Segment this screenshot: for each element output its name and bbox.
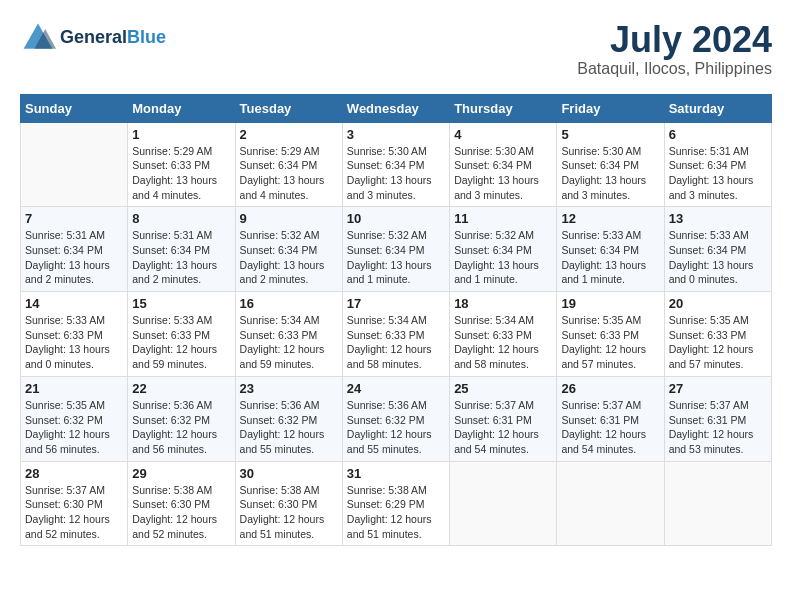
day-number: 25 [454,381,552,396]
day-info: Sunrise: 5:29 AM Sunset: 6:33 PM Dayligh… [132,144,230,203]
day-number: 21 [25,381,123,396]
day-number: 12 [561,211,659,226]
calendar-cell: 22Sunrise: 5:36 AM Sunset: 6:32 PM Dayli… [128,376,235,461]
calendar-week-row: 14Sunrise: 5:33 AM Sunset: 6:33 PM Dayli… [21,292,772,377]
day-number: 23 [240,381,338,396]
weekday-header-wednesday: Wednesday [342,94,449,122]
weekday-header-saturday: Saturday [664,94,771,122]
calendar-cell: 6Sunrise: 5:31 AM Sunset: 6:34 PM Daylig… [664,122,771,207]
day-info: Sunrise: 5:34 AM Sunset: 6:33 PM Dayligh… [347,313,445,372]
calendar-cell: 25Sunrise: 5:37 AM Sunset: 6:31 PM Dayli… [450,376,557,461]
weekday-header-thursday: Thursday [450,94,557,122]
calendar-cell: 27Sunrise: 5:37 AM Sunset: 6:31 PM Dayli… [664,376,771,461]
day-info: Sunrise: 5:35 AM Sunset: 6:33 PM Dayligh… [561,313,659,372]
day-number: 31 [347,466,445,481]
calendar-cell: 14Sunrise: 5:33 AM Sunset: 6:33 PM Dayli… [21,292,128,377]
calendar-cell: 17Sunrise: 5:34 AM Sunset: 6:33 PM Dayli… [342,292,449,377]
calendar-cell: 2Sunrise: 5:29 AM Sunset: 6:34 PM Daylig… [235,122,342,207]
day-info: Sunrise: 5:29 AM Sunset: 6:34 PM Dayligh… [240,144,338,203]
calendar-cell: 26Sunrise: 5:37 AM Sunset: 6:31 PM Dayli… [557,376,664,461]
calendar-cell [450,461,557,546]
calendar-cell: 20Sunrise: 5:35 AM Sunset: 6:33 PM Dayli… [664,292,771,377]
day-number: 30 [240,466,338,481]
day-info: Sunrise: 5:38 AM Sunset: 6:29 PM Dayligh… [347,483,445,542]
day-number: 4 [454,127,552,142]
day-number: 15 [132,296,230,311]
weekday-header-sunday: Sunday [21,94,128,122]
day-number: 5 [561,127,659,142]
calendar-week-row: 1Sunrise: 5:29 AM Sunset: 6:33 PM Daylig… [21,122,772,207]
calendar-body: 1Sunrise: 5:29 AM Sunset: 6:33 PM Daylig… [21,122,772,546]
calendar-cell [557,461,664,546]
calendar-cell: 29Sunrise: 5:38 AM Sunset: 6:30 PM Dayli… [128,461,235,546]
calendar-cell [21,122,128,207]
day-info: Sunrise: 5:37 AM Sunset: 6:30 PM Dayligh… [25,483,123,542]
day-info: Sunrise: 5:36 AM Sunset: 6:32 PM Dayligh… [132,398,230,457]
day-info: Sunrise: 5:37 AM Sunset: 6:31 PM Dayligh… [669,398,767,457]
calendar-header: SundayMondayTuesdayWednesdayThursdayFrid… [21,94,772,122]
month-year-title: July 2024 [577,20,772,60]
calendar-week-row: 28Sunrise: 5:37 AM Sunset: 6:30 PM Dayli… [21,461,772,546]
calendar-cell: 9Sunrise: 5:32 AM Sunset: 6:34 PM Daylig… [235,207,342,292]
day-number: 20 [669,296,767,311]
day-number: 26 [561,381,659,396]
weekday-header-monday: Monday [128,94,235,122]
day-info: Sunrise: 5:33 AM Sunset: 6:33 PM Dayligh… [25,313,123,372]
day-number: 8 [132,211,230,226]
day-number: 2 [240,127,338,142]
day-info: Sunrise: 5:33 AM Sunset: 6:34 PM Dayligh… [561,228,659,287]
day-info: Sunrise: 5:34 AM Sunset: 6:33 PM Dayligh… [240,313,338,372]
day-number: 1 [132,127,230,142]
weekday-header-row: SundayMondayTuesdayWednesdayThursdayFrid… [21,94,772,122]
day-number: 3 [347,127,445,142]
day-info: Sunrise: 5:31 AM Sunset: 6:34 PM Dayligh… [669,144,767,203]
calendar-cell: 7Sunrise: 5:31 AM Sunset: 6:34 PM Daylig… [21,207,128,292]
day-info: Sunrise: 5:35 AM Sunset: 6:33 PM Dayligh… [669,313,767,372]
day-number: 13 [669,211,767,226]
calendar-cell: 3Sunrise: 5:30 AM Sunset: 6:34 PM Daylig… [342,122,449,207]
calendar-cell: 15Sunrise: 5:33 AM Sunset: 6:33 PM Dayli… [128,292,235,377]
day-number: 17 [347,296,445,311]
calendar-cell: 10Sunrise: 5:32 AM Sunset: 6:34 PM Dayli… [342,207,449,292]
calendar-cell: 21Sunrise: 5:35 AM Sunset: 6:32 PM Dayli… [21,376,128,461]
weekday-header-tuesday: Tuesday [235,94,342,122]
day-info: Sunrise: 5:37 AM Sunset: 6:31 PM Dayligh… [561,398,659,457]
day-info: Sunrise: 5:34 AM Sunset: 6:33 PM Dayligh… [454,313,552,372]
day-number: 14 [25,296,123,311]
logo: GeneralBlue [20,20,166,56]
calendar-week-row: 7Sunrise: 5:31 AM Sunset: 6:34 PM Daylig… [21,207,772,292]
location-subtitle: Bataquil, Ilocos, Philippines [577,60,772,78]
day-number: 10 [347,211,445,226]
day-info: Sunrise: 5:35 AM Sunset: 6:32 PM Dayligh… [25,398,123,457]
calendar-cell: 23Sunrise: 5:36 AM Sunset: 6:32 PM Dayli… [235,376,342,461]
calendar-cell: 16Sunrise: 5:34 AM Sunset: 6:33 PM Dayli… [235,292,342,377]
day-info: Sunrise: 5:30 AM Sunset: 6:34 PM Dayligh… [454,144,552,203]
calendar-week-row: 21Sunrise: 5:35 AM Sunset: 6:32 PM Dayli… [21,376,772,461]
day-info: Sunrise: 5:31 AM Sunset: 6:34 PM Dayligh… [25,228,123,287]
day-info: Sunrise: 5:30 AM Sunset: 6:34 PM Dayligh… [347,144,445,203]
day-number: 6 [669,127,767,142]
day-info: Sunrise: 5:36 AM Sunset: 6:32 PM Dayligh… [347,398,445,457]
day-number: 7 [25,211,123,226]
day-info: Sunrise: 5:38 AM Sunset: 6:30 PM Dayligh… [132,483,230,542]
day-info: Sunrise: 5:31 AM Sunset: 6:34 PM Dayligh… [132,228,230,287]
logo-icon [20,20,56,56]
day-number: 11 [454,211,552,226]
day-number: 27 [669,381,767,396]
day-info: Sunrise: 5:33 AM Sunset: 6:33 PM Dayligh… [132,313,230,372]
calendar-cell: 19Sunrise: 5:35 AM Sunset: 6:33 PM Dayli… [557,292,664,377]
logo-text-line1: GeneralBlue [60,28,166,48]
day-number: 9 [240,211,338,226]
calendar-cell: 1Sunrise: 5:29 AM Sunset: 6:33 PM Daylig… [128,122,235,207]
day-info: Sunrise: 5:37 AM Sunset: 6:31 PM Dayligh… [454,398,552,457]
day-info: Sunrise: 5:32 AM Sunset: 6:34 PM Dayligh… [454,228,552,287]
calendar-cell: 4Sunrise: 5:30 AM Sunset: 6:34 PM Daylig… [450,122,557,207]
calendar-cell: 28Sunrise: 5:37 AM Sunset: 6:30 PM Dayli… [21,461,128,546]
day-number: 22 [132,381,230,396]
day-info: Sunrise: 5:38 AM Sunset: 6:30 PM Dayligh… [240,483,338,542]
day-info: Sunrise: 5:32 AM Sunset: 6:34 PM Dayligh… [240,228,338,287]
day-number: 19 [561,296,659,311]
day-info: Sunrise: 5:36 AM Sunset: 6:32 PM Dayligh… [240,398,338,457]
calendar-cell: 13Sunrise: 5:33 AM Sunset: 6:34 PM Dayli… [664,207,771,292]
title-block: July 2024 Bataquil, Ilocos, Philippines [577,20,772,78]
